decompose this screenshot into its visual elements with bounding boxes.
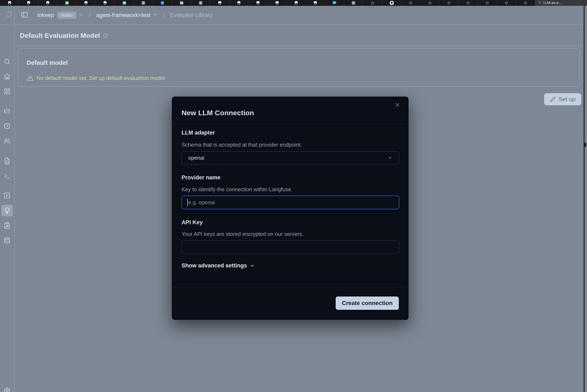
alert-triangle-icon [27,75,33,82]
sidebar-nav [0,25,14,392]
create-connection-button[interactable]: Create connection [336,296,399,310]
sidebar-item-home[interactable] [1,70,13,82]
provider-name-input[interactable] [182,196,399,209]
advanced-settings-toggle[interactable]: Show advanced settings [182,262,255,269]
chevron-down-icon [249,263,255,268]
no-default-model-warning: No default model set. Set up default eva… [27,75,165,82]
browser-tab[interactable] [497,0,516,6]
sidebar-item-users[interactable] [1,135,13,147]
panel-left-icon [21,11,28,19]
svg-text:31: 31 [181,2,182,4]
browser-tab[interactable]: 31 [172,0,191,6]
default-model-card: Default model No default model set. Set … [18,48,580,87]
sidebar-toggle-button[interactable] [21,11,29,19]
browser-tab[interactable] [248,0,268,6]
sidebar-item-dashboards[interactable] [1,86,13,97]
breadcrumb-project[interactable]: agent-framework=test [96,12,151,18]
sidebar-item-search[interactable] [1,56,13,67]
langfuse-icon [523,1,527,5]
browser-tab[interactable] [516,0,535,6]
browser-tab[interactable] [287,0,306,6]
close-button[interactable] [394,102,401,108]
chevron-down-icon [387,155,393,160]
adapter-label: LLM adapter [182,130,215,136]
browser-tab[interactable]: L [344,0,363,6]
browser-tab[interactable] [229,0,248,6]
modal-header-divider [172,124,408,124]
advanced-toggle-label: Show advanced settings [182,262,247,269]
browser-tab[interactable] [363,0,382,6]
l-app-icon: L [351,1,356,5]
svg-text:Z: Z [200,2,201,4]
browser-tab[interactable] [382,0,401,6]
breadcrumb-page: Evaluator Library [170,12,213,18]
edge-handle[interactable] [584,142,586,147]
info-icon[interactable] [103,33,108,38]
list-tree-icon [4,108,11,114]
api-key-label: API Key [182,219,203,226]
pencil-icon [550,96,556,102]
breadcrumb: inkeep Hobby / agent-framework=test / Ev… [0,6,584,25]
breadcrumb-separator: / [88,12,91,19]
text-caret [187,199,188,206]
langfuse-icon [538,0,542,6]
browser-tab[interactable] [77,0,96,6]
active-tab-label: LLM-as-a-… [543,1,563,5]
chevron-down-icon [153,12,158,18]
adapter-select[interactable]: openai [182,151,399,164]
adapter-selected-value: openai [188,155,204,161]
gear-icon [4,387,11,392]
clock-icon [4,122,11,130]
terminal-icon [4,172,11,180]
langfuse-icon [409,1,413,5]
langfuse-logo-icon[interactable] [4,10,13,19]
browser-tab[interactable] [153,0,172,6]
adapter-description: Schema that is accepted at that provider… [182,142,302,148]
sidebar-item-scores[interactable] [1,190,13,202]
breadcrumb-org[interactable]: inkeep [37,12,54,18]
breadcrumb-separator: / [162,12,165,19]
github-icon [27,1,31,5]
lightbulb-icon [4,207,11,214]
sidebar-item-models[interactable] [1,234,13,246]
chevron-down-icon [79,12,84,18]
file-json-icon [4,158,11,164]
browser-tab[interactable] [459,0,478,6]
org-switcher-button[interactable] [79,12,84,18]
browser-tab[interactable] [401,0,420,6]
browser-tab[interactable] [325,0,344,6]
browser-tab[interactable] [96,0,115,6]
browser-tab[interactable]: Z [134,0,153,6]
browser-tab[interactable]: 31 [115,0,134,6]
browser-tab[interactable]: Z [191,0,210,6]
github-icon [275,1,279,5]
browser-tab[interactable] [38,0,57,6]
project-switcher-button[interactable] [153,12,158,18]
github-icon [237,1,241,5]
browser-tab-active[interactable]: LLM-as-a-… [535,0,587,6]
browser-tab[interactable] [420,0,439,6]
browser-tab[interactable]: 31 [57,0,77,6]
browser-tab[interactable] [268,0,287,6]
sidebar-item-annotation[interactable] [1,220,13,231]
api-key-input[interactable] [182,240,399,254]
star-icon [371,1,375,5]
browser-tab[interactable] [478,0,497,6]
dashboard-icon [4,88,11,95]
z-app-icon: Z [199,1,203,5]
github-icon [46,1,50,5]
browser-tab[interactable] [210,0,229,6]
sidebar-item-evaluator-library[interactable] [1,205,13,216]
browser-tab[interactable] [439,0,459,6]
sidebar-item-sessions[interactable] [1,120,13,132]
browser-tab[interactable] [0,0,19,6]
sidebar-item-playground[interactable] [1,170,13,182]
calendar-icon: 31 [122,1,126,5]
sidebar-item-settings[interactable] [1,385,13,392]
set-up-button[interactable]: Set up [544,93,581,105]
sidebar-item-prompts[interactable] [1,155,13,167]
sidebar-item-tracing[interactable] [1,105,13,117]
browser-tab[interactable] [19,0,38,6]
browser-tab[interactable] [306,0,325,6]
github-icon [103,1,107,5]
